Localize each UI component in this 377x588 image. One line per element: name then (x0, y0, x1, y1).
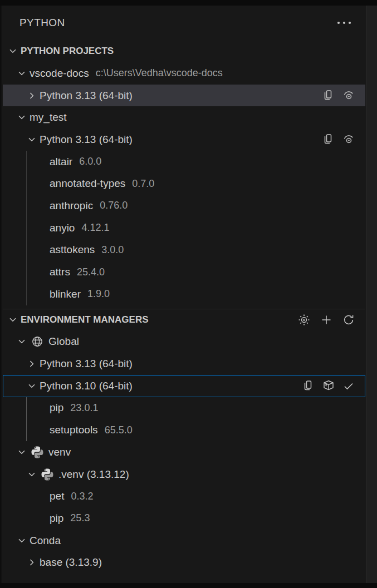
tree-item-python-313-mytest[interactable]: Python 3.13 (64-bit) (3, 129, 365, 151)
chevron-down-icon[interactable] (26, 134, 37, 145)
chevron-down-icon[interactable] (16, 336, 27, 347)
copy-button[interactable] (302, 379, 315, 393)
chevron-down-icon[interactable] (26, 469, 37, 480)
package-row-pip-venv[interactable]: pip 25.3 (3, 507, 365, 530)
section-header-environment-managers[interactable]: ENVIRONMENT MANAGERS (3, 309, 365, 331)
package-version: 1.9.0 (87, 288, 110, 300)
package-name: anthropic (50, 200, 93, 212)
package-row-setuptools[interactable]: setuptools 65.5.0 (3, 419, 365, 441)
copy-icon (302, 379, 315, 393)
left-edge-rail (0, 6, 2, 583)
settings-button[interactable] (297, 313, 311, 327)
environment-name: base (3.13.9) (40, 556, 102, 569)
package-name: attrs (50, 266, 70, 278)
package-row-blinker[interactable]: blinker 1.9.0 (3, 283, 365, 305)
package-version: 0.7.0 (132, 178, 154, 190)
right-gutter (366, 6, 377, 583)
package-row-annotated-types[interactable]: annotated-types 0.7.0 (3, 172, 365, 195)
refresh-button[interactable] (342, 313, 355, 327)
top-border-strip (0, 0, 377, 6)
copy-button[interactable] (322, 133, 335, 146)
chevron-down-icon[interactable] (16, 447, 27, 458)
eye-icon (342, 89, 355, 102)
environment-name: Python 3.13 (64-bit) (40, 90, 133, 102)
package-row-anthropic[interactable]: anthropic 0.76.0 (3, 195, 365, 217)
gear-icon (297, 313, 311, 327)
package-version: 25.3 (70, 512, 90, 524)
chevron-right-icon[interactable] (26, 557, 37, 568)
eye-icon (342, 133, 355, 146)
environment-name: Python 3.13 (64-bit) (40, 134, 133, 146)
package-row-pet[interactable]: pet 0.3.2 (3, 485, 365, 507)
package-name: pip (50, 512, 63, 525)
environment-name: .venv (3.13.12) (58, 468, 129, 481)
project-path: c:\Users\Vedha\vscode-docs (96, 67, 223, 79)
manage-packages-button[interactable] (322, 379, 335, 393)
package-name: pip (50, 402, 63, 414)
copy-icon (322, 133, 335, 146)
chevron-down-icon[interactable] (7, 314, 18, 325)
tree-item-dot-venv[interactable]: .venv (3.13.12) (3, 463, 365, 486)
package-row-asttokens[interactable]: asttokens 3.0.0 (3, 239, 365, 261)
tree-item-python-313-global[interactable]: Python 3.13 (64-bit) (3, 353, 365, 375)
reveal-button[interactable] (342, 89, 355, 102)
panel-title: PYTHON (19, 17, 65, 29)
package-version: 0.3.2 (71, 491, 93, 502)
tree-item-conda-base[interactable]: base (3.13.9) (3, 551, 365, 574)
package-name: setuptools (50, 424, 98, 436)
environment-name: Python 3.10 (64-bit) (40, 380, 133, 392)
tree-item-venv[interactable]: venv (3, 441, 365, 463)
package-box-icon (322, 379, 335, 393)
chevron-down-icon[interactable] (16, 112, 27, 123)
chevron-right-icon[interactable] (26, 358, 37, 369)
tree-item-vscode-docs[interactable]: vscode-docs c:\Users\Vedha\vscode-docs (3, 62, 365, 85)
check-icon (342, 379, 355, 393)
tree-item-python-310-global[interactable]: Python 3.10 (64-bit) (3, 375, 365, 397)
globe-icon (31, 335, 44, 348)
tree-item-conda[interactable]: Conda (3, 530, 365, 552)
package-row-anyio[interactable]: anyio 4.12.1 (3, 217, 365, 239)
python-logo-icon (31, 446, 44, 459)
copy-icon (322, 89, 335, 102)
python-sidebar-panel: PYTHON PYTHON PROJECTS vscode-docs c:\Us… (0, 0, 377, 588)
add-environment-button[interactable] (320, 313, 333, 327)
python-logo-icon (41, 468, 54, 481)
section-header-python-projects[interactable]: PYTHON PROJECTS (3, 40, 365, 62)
manager-name: Conda (30, 535, 61, 547)
set-active-button[interactable] (342, 379, 355, 393)
chevron-right-icon[interactable] (26, 90, 37, 101)
package-row-pip[interactable]: pip 23.0.1 (3, 397, 365, 419)
more-actions-button[interactable] (336, 16, 352, 29)
tree-item-my-test[interactable]: my_test (3, 106, 365, 129)
panel-title-bar: PYTHON (3, 6, 365, 40)
tree-item-python-313-project[interactable]: Python 3.13 (64-bit) (3, 85, 365, 107)
package-name: asttokens (50, 244, 95, 256)
project-name: vscode-docs (30, 67, 89, 80)
tree-item-global[interactable]: Global (3, 331, 365, 353)
package-version: 25.4.0 (77, 266, 105, 278)
refresh-icon (342, 313, 355, 327)
manager-name: Global (48, 335, 79, 348)
package-version: 4.12.1 (81, 222, 109, 234)
chevron-down-icon[interactable] (16, 535, 27, 546)
section-title: PYTHON PROJECTS (21, 46, 114, 57)
package-name: annotated-types (50, 177, 125, 190)
package-row-altair[interactable]: altair 6.0.0 (3, 151, 365, 173)
package-name: anyio (50, 222, 75, 234)
reveal-button[interactable] (342, 133, 355, 146)
section-title: ENVIRONMENT MANAGERS (21, 314, 149, 325)
package-name: altair (50, 156, 72, 168)
chevron-down-icon[interactable] (7, 46, 18, 57)
chevron-down-icon[interactable] (26, 381, 37, 392)
package-version: 0.76.0 (100, 200, 128, 211)
manager-name: venv (48, 446, 71, 458)
environment-name: Python 3.13 (64-bit) (40, 358, 133, 370)
package-version: 23.0.1 (70, 402, 98, 414)
package-row-attrs[interactable]: attrs 25.4.0 (3, 261, 365, 283)
chevron-down-icon[interactable] (16, 68, 27, 79)
plus-icon (320, 313, 333, 327)
project-name: my_test (30, 111, 67, 123)
package-name: blinker (50, 288, 81, 300)
copy-button[interactable] (322, 89, 335, 102)
package-version: 3.0.0 (101, 244, 124, 256)
